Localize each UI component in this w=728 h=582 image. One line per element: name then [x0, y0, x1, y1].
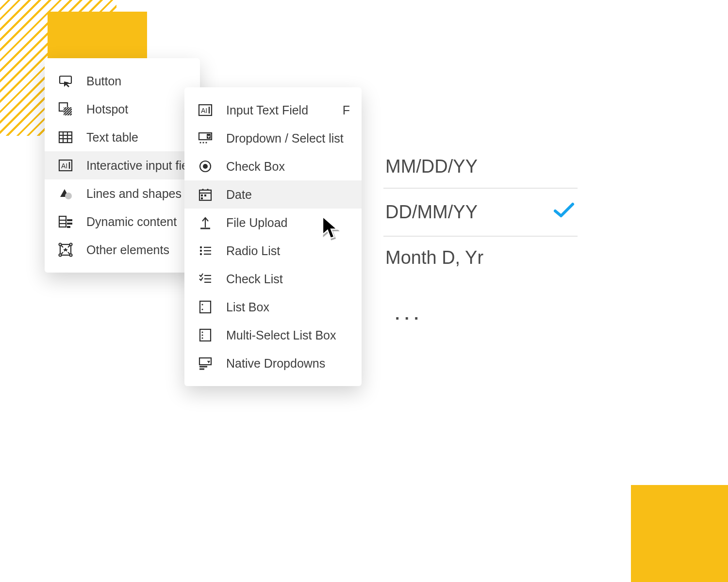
date-icon [197, 187, 214, 202]
menu-item-hotspot[interactable]: Hotspot [45, 95, 200, 123]
menu-item-label: File Upload [226, 216, 287, 230]
submenu-item-radiolist[interactable]: Radio List [184, 237, 362, 265]
submenu-item-checklist[interactable]: Check List [184, 265, 362, 293]
more-options[interactable]: ... [395, 305, 423, 323]
submenu-item-checkbox[interactable]: Check Box [184, 152, 362, 180]
shortcut-label: F [343, 103, 350, 117]
submenu-item-listbox[interactable]: List Box [184, 293, 362, 321]
dynamic-icon [57, 214, 74, 229]
submenu-item-date[interactable]: Date [184, 180, 362, 209]
upload-icon [197, 215, 214, 230]
date-format-option[interactable]: MM/DD/YY [383, 146, 578, 189]
submenu-item-nativedropdown[interactable]: Native Dropdowns [184, 349, 362, 377]
menu-item-label: Native Dropdowns [226, 356, 325, 371]
checklist-icon [197, 272, 214, 286]
listbox-icon [197, 300, 214, 314]
menu-item-label: Other elements [86, 243, 169, 257]
date-format-label: MM/DD/YY [385, 156, 478, 177]
date-format-option[interactable]: DD/MM/YY [383, 189, 578, 237]
ai-input-icon [57, 158, 74, 173]
menu-item-interactive-input[interactable]: Interactive input fields [45, 151, 200, 179]
check-icon [552, 199, 576, 225]
menu-item-label: Dynamic content [86, 215, 177, 229]
nativedrop-icon [197, 356, 214, 371]
checkbox-icon [197, 159, 214, 174]
menu-item-button[interactable]: Button [45, 67, 200, 95]
menu-item-label: Button [86, 74, 121, 88]
menu-item-lines-shapes[interactable]: Lines and shapes [45, 179, 200, 208]
menu-outer: Button Hotspot Text table Interactive in… [45, 58, 200, 273]
button-icon [57, 74, 74, 88]
cursor-icon [320, 215, 341, 241]
menu-item-label: Check Box [226, 160, 285, 174]
decorative-square-top [48, 12, 147, 63]
texttable-icon [57, 130, 74, 145]
menu-item-label: Multi-Select List Box [226, 328, 336, 342]
submenu-item-dropdown[interactable]: Dropdown / Select list [184, 124, 362, 152]
ai-input-icon [197, 103, 214, 117]
date-format-option[interactable]: Month D, Yr [383, 237, 578, 279]
decorative-square-bottom [631, 485, 728, 582]
menu-item-label: Check List [226, 272, 283, 286]
menu-item-other-elements[interactable]: Other elements [45, 236, 200, 264]
date-format-label: DD/MM/YY [385, 202, 478, 223]
menu-item-label: Dropdown / Select list [226, 131, 344, 146]
menu-item-label: Date [226, 188, 252, 202]
menu-item-label: Lines and shapes [86, 187, 182, 201]
dropdown-icon [197, 131, 214, 146]
menu-item-label: Hotspot [86, 102, 128, 116]
multiselect-icon [197, 328, 214, 342]
date-format-list: MM/DD/YY DD/MM/YY Month D, Yr [383, 146, 578, 279]
other-icon [57, 242, 74, 257]
menu-item-label: Input Text Field [226, 103, 308, 117]
submenu-item-multiselect[interactable]: Multi-Select List Box [184, 321, 362, 349]
menu-item-label: Radio List [226, 244, 280, 258]
menu-item-texttable[interactable]: Text table [45, 123, 200, 151]
hotspot-icon [57, 102, 74, 116]
menu-item-label: List Box [226, 300, 269, 314]
submenu-item-inputtext[interactable]: Input Text Field F [184, 96, 362, 124]
radiolist-icon [197, 243, 214, 258]
menu-item-dynamic-content[interactable]: Dynamic content [45, 208, 200, 236]
shapes-icon [57, 186, 74, 201]
date-format-label: Month D, Yr [385, 247, 483, 268]
menu-item-label: Text table [86, 130, 138, 145]
